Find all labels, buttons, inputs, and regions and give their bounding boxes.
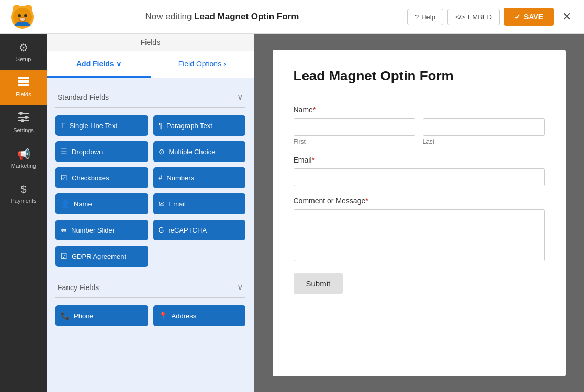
field-btn-number-slider[interactable]: ⇔ Number Slider [55,220,148,240]
svg-point-7 [20,18,25,21]
form-divider [294,94,545,94]
sidebar-label-settings: Settings [13,127,34,133]
check-icon: ✓ [514,13,521,21]
fancy-fields-chevron: ∨ [237,282,243,292]
fields-panel: Fields Add Fields ∨ Field Options › Stan… [47,34,254,392]
svg-rect-10 [28,24,30,26]
field-btn-paragraph-text[interactable]: ¶ Paragraph Text [153,115,246,136]
marketing-icon: 📢 [17,148,30,160]
sidebar-label-marketing: Marketing [11,163,36,169]
field-btn-name[interactable]: 👤 Name [55,193,148,214]
recaptcha-icon: G [159,226,164,234]
form-preview: Lead Magnet Optin Form Name* First Last [254,34,584,392]
form-group-message: Comment or Message* [294,197,545,263]
paragraph-text-icon: ¶ [159,121,163,130]
dropdown-icon: ☰ [61,147,68,156]
form-group-email: Email* [294,156,545,186]
standard-fields-header[interactable]: Standard Fields ∨ [55,87,245,108]
field-btn-single-line-text[interactable]: T Single Line Text [55,115,148,136]
last-name-input[interactable] [423,118,545,136]
left-sidebar: ⚙ Setup Fields [0,34,47,392]
svg-point-5 [24,14,27,17]
gdpr-icon: ☑ [61,252,68,260]
message-label: Comment or Message* [294,197,545,205]
close-button[interactable]: ✕ [558,8,576,26]
first-name-field: First [294,118,415,145]
fancy-fields-header[interactable]: Fancy Fields ∨ [55,277,245,298]
svg-rect-8 [16,22,29,26]
field-btn-numbers[interactable]: # Numbers [153,167,246,188]
name-label: Name* [294,106,545,114]
payments-icon: $ [20,183,26,195]
svg-rect-12 [18,80,29,83]
fields-tabs: Add Fields ∨ Field Options › [47,51,254,78]
email-icon: ✉ [159,200,165,208]
numbers-icon: # [159,174,163,182]
field-btn-checkboxes[interactable]: ☑ Checkboxes [55,167,148,188]
svg-rect-11 [18,77,29,79]
sidebar-item-settings[interactable]: Settings [0,105,47,141]
panel-top-label: Fields [47,34,254,51]
sidebar-item-payments[interactable]: $ Payments [0,176,47,211]
email-input[interactable] [294,168,545,186]
multiple-choice-icon: ⊙ [159,147,165,156]
sidebar-label-setup: Setup [16,56,31,62]
standard-fields-label: Standard Fields [58,93,109,101]
email-required: * [312,156,315,164]
last-label: Last [423,138,545,145]
sidebar-label-payments: Payments [11,198,37,204]
sidebar-label-fields: Fields [16,91,31,97]
submit-button[interactable]: Submit [294,273,343,294]
fancy-fields-label: Fancy Fields [58,283,99,292]
number-slider-icon: ⇔ [61,226,67,234]
gear-icon: ⚙ [19,41,28,54]
field-btn-phone[interactable]: 📞 Phone [55,305,148,326]
fields-icon [18,77,29,89]
name-required: * [313,106,316,114]
single-line-text-icon: T [61,121,65,130]
field-btn-address[interactable]: 📍 Address [153,305,246,326]
fields-content: Standard Fields ∨ T Single Line Text ¶ P… [47,78,254,392]
first-label: First [294,138,415,145]
checkboxes-icon: ☑ [61,174,68,182]
chevron-right-icon: › [223,60,226,68]
field-btn-gdpr[interactable]: ☑ GDPR Agreement [55,246,148,267]
main-layout: ⚙ Setup Fields [0,34,584,392]
svg-point-19 [21,119,24,122]
standard-fields-grid: T Single Line Text ¶ Paragraph Text ☰ Dr… [55,115,245,267]
sidebar-item-fields[interactable]: Fields [0,70,47,105]
embed-button[interactable]: </> EMBED [447,9,500,25]
field-btn-recaptcha[interactable]: G reCAPTCHA [153,220,246,240]
address-icon: 📍 [159,312,167,320]
tab-add-fields[interactable]: Add Fields ∨ [47,51,151,78]
first-name-input[interactable] [294,118,415,136]
name-icon: 👤 [61,200,70,208]
sidebar-item-setup[interactable]: ⚙ Setup [0,34,47,70]
form-card: Lead Magnet Optin Form Name* First Last [273,50,566,376]
svg-point-4 [18,14,21,17]
svg-rect-9 [15,24,17,26]
email-label: Email* [294,156,545,164]
message-required: * [365,197,368,205]
form-title: Lead Magnet Optin Form [294,68,545,84]
code-icon: </> [455,13,465,21]
field-btn-email[interactable]: ✉ Email [153,193,246,214]
fancy-fields-section: Fancy Fields ∨ 📞 Phone 📍 Address [55,277,245,326]
top-bar: Now editing Lead Magnet Optin Form ? Hel… [0,0,584,34]
chevron-down-icon: ∨ [116,60,121,68]
message-textarea[interactable] [294,209,545,261]
save-button[interactable]: ✓ SAVE [504,8,554,26]
help-icon: ? [415,13,419,21]
tab-field-options[interactable]: Field Options › [151,51,254,78]
logo [8,3,37,31]
help-button[interactable]: ? Help [407,9,443,25]
form-group-name: Name* First Last [294,106,545,145]
standard-fields-chevron: ∨ [237,92,243,102]
field-btn-multiple-choice[interactable]: ⊙ Multiple Choice [153,141,246,162]
svg-point-17 [19,112,23,115]
editing-title: Now editing Lead Magnet Optin Form [43,11,401,22]
name-fields-row: First Last [294,118,545,145]
field-btn-dropdown[interactable]: ☰ Dropdown [55,141,148,162]
sidebar-item-marketing[interactable]: 📢 Marketing [0,141,47,176]
last-name-field: Last [423,118,545,145]
